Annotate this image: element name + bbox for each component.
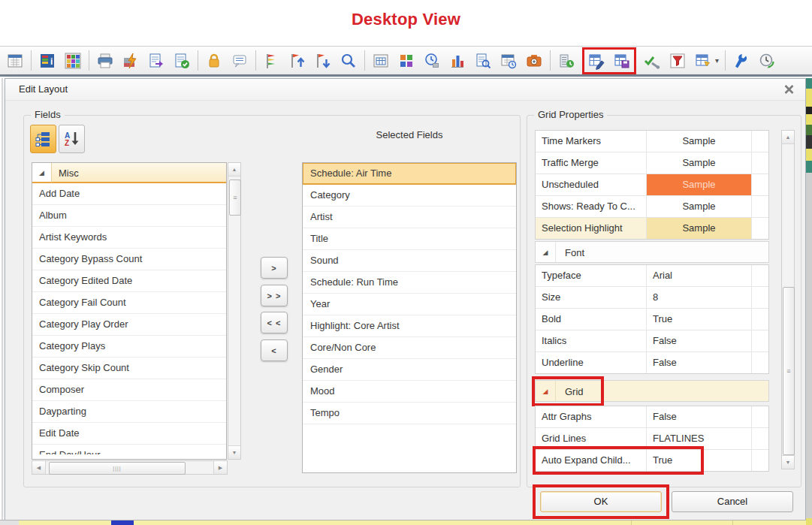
selected-field-item[interactable]: Category — [303, 185, 516, 207]
available-list-vertical-scrollbar[interactable]: ▲ ≡ ▼ — [228, 162, 241, 460]
property-row[interactable]: Shows: Ready To C... Sample — [536, 196, 768, 218]
property-row[interactable]: Unscheduled Sample — [536, 174, 768, 196]
grid-section-header[interactable]: ◢ Grid — [535, 380, 769, 402]
property-extra-cell — [752, 218, 768, 239]
selected-field-item[interactable]: Year — [303, 294, 516, 315]
export-document-icon[interactable] — [146, 51, 166, 71]
property-row[interactable]: Attr Graphs False — [536, 406, 768, 428]
toolbar-separator — [550, 50, 551, 71]
clock-schedule-icon[interactable] — [422, 51, 442, 71]
property-row[interactable]: Traffic Merge Sample — [536, 152, 768, 174]
property-row[interactable]: Bold True — [536, 309, 768, 330]
selected-field-item[interactable]: Artist — [303, 207, 516, 228]
property-row[interactable]: Time Markers Sample — [536, 131, 768, 152]
refresh-history-icon[interactable] — [757, 51, 777, 71]
bar-chart-icon[interactable] — [448, 51, 467, 71]
available-field-item[interactable]: Category Plays — [32, 336, 226, 358]
flag-down-icon[interactable] — [313, 51, 333, 71]
schedule-calendar-icon[interactable] — [5, 51, 25, 71]
selected-field-item[interactable]: Title — [303, 228, 516, 250]
selected-field-item[interactable]: Mood — [303, 381, 516, 403]
scroll-up-arrow[interactable]: ▲ — [228, 163, 240, 177]
flags-icon[interactable] — [262, 51, 282, 71]
property-value: Sample — [647, 174, 752, 195]
print-icon[interactable] — [95, 51, 115, 71]
scrollbar-thumb[interactable]: |||| — [49, 462, 186, 475]
field-group-header[interactable]: ◢ Misc — [32, 163, 226, 183]
lock-icon[interactable] — [204, 51, 224, 71]
available-list-horizontal-scrollbar[interactable]: ◀ |||| ▶ — [32, 460, 228, 475]
available-field-item[interactable]: Add Date — [32, 183, 226, 205]
ok-button[interactable]: OK — [540, 491, 662, 512]
scrollbar-thumb[interactable]: ≡ — [783, 287, 795, 455]
available-field-item[interactable]: Edit Date — [32, 423, 226, 445]
color-coding-icon[interactable] — [63, 51, 83, 71]
property-row[interactable]: Italics False — [536, 330, 768, 352]
section-collapse-triangle-icon[interactable]: ◢ — [536, 381, 556, 401]
selected-field-item[interactable]: Schedule: Air Time — [303, 163, 516, 185]
move-all-right-button[interactable]: > > — [261, 285, 288, 306]
property-row[interactable]: Auto Expand Child... True — [536, 450, 768, 471]
selected-field-item[interactable]: Core/Non Core — [303, 337, 516, 359]
move-left-button[interactable]: < — [261, 339, 288, 361]
property-row[interactable]: Size 8 — [536, 287, 768, 309]
scrollbar-thumb[interactable]: ≡ — [229, 180, 241, 216]
move-all-left-button[interactable]: < < — [261, 312, 288, 333]
close-icon[interactable] — [783, 83, 795, 95]
grid-view-icon[interactable] — [371, 51, 391, 71]
group-collapse-triangle-icon[interactable]: ◢ — [32, 163, 52, 183]
scroll-left-arrow[interactable]: ◀ — [32, 461, 46, 474]
save-layout-icon[interactable] — [612, 51, 632, 71]
available-field-item[interactable]: Category Skip Count — [32, 358, 226, 379]
snapshot-camera-icon[interactable] — [524, 51, 544, 71]
available-field-item[interactable]: Artist Keywords — [32, 227, 226, 249]
available-field-item[interactable]: Album — [32, 205, 226, 227]
selected-field-item[interactable]: Schedule: Run Time — [303, 272, 516, 294]
selected-field-item[interactable]: Sound — [303, 250, 516, 272]
move-right-button[interactable]: > — [261, 257, 288, 279]
available-field-item[interactable]: Category Bypass Count — [32, 249, 226, 270]
property-value: False — [647, 330, 752, 352]
calendar-clock-icon[interactable] — [499, 51, 518, 71]
document-check-icon[interactable] — [172, 51, 192, 71]
section-collapse-triangle-icon[interactable]: ◢ — [536, 242, 556, 262]
tree-view-button[interactable] — [30, 125, 56, 153]
flag-up-icon[interactable] — [288, 51, 307, 71]
station-clock-icon[interactable] — [557, 51, 576, 71]
log-report-icon[interactable]: i — [38, 51, 57, 71]
scroll-down-arrow[interactable]: ▼ — [782, 455, 794, 469]
available-field-item[interactable]: Category Play Order — [32, 314, 226, 336]
property-row[interactable]: Selection Highlight Sample — [536, 218, 768, 239]
available-field-item[interactable]: Composer — [32, 379, 226, 401]
available-field-item[interactable]: Category Edited Date — [32, 270, 226, 292]
background-cell — [806, 125, 812, 135]
available-field-item[interactable]: Category Fail Count — [32, 292, 226, 314]
property-row[interactable]: Underline False — [536, 352, 768, 373]
color-palette-icon[interactable] — [397, 51, 416, 71]
property-row[interactable]: Typeface Arial — [536, 265, 768, 287]
font-section-header[interactable]: ◢ Font — [535, 241, 769, 263]
available-field-item-partial[interactable]: End Day/Hour — [32, 445, 226, 454]
scroll-down-arrow[interactable]: ▼ — [228, 445, 240, 459]
cancel-button[interactable]: Cancel — [672, 491, 793, 512]
ok-annotation-box: OK — [533, 484, 669, 519]
grid-properties-vertical-scrollbar[interactable]: ▲ ≡ ▼ — [781, 130, 795, 469]
validate-icon[interactable] — [642, 51, 662, 71]
tools-wrench-icon[interactable] — [732, 51, 751, 71]
scroll-right-arrow[interactable]: ▶ — [213, 461, 227, 474]
table-options-caret-icon[interactable]: ▾ — [715, 56, 719, 65]
document-search-icon[interactable] — [473, 51, 493, 71]
selected-field-item[interactable]: Tempo — [303, 403, 516, 424]
filter-icon[interactable] — [668, 51, 687, 71]
scroll-up-arrow[interactable]: ▲ — [782, 131, 794, 144]
available-field-item[interactable]: Dayparting — [32, 401, 226, 423]
edit-layout-icon[interactable] — [587, 51, 606, 71]
table-options-icon[interactable] — [693, 51, 713, 71]
property-row[interactable]: Grid Lines FLATLINES — [536, 428, 768, 450]
sort-az-button[interactable]: AZ — [59, 125, 85, 153]
selected-field-item[interactable]: Gender — [303, 359, 516, 381]
search-icon[interactable] — [339, 51, 358, 71]
quick-print-icon[interactable] — [121, 51, 140, 71]
comment-icon[interactable] — [230, 51, 249, 71]
selected-field-item[interactable]: Highlight: Core Artist — [303, 315, 516, 337]
